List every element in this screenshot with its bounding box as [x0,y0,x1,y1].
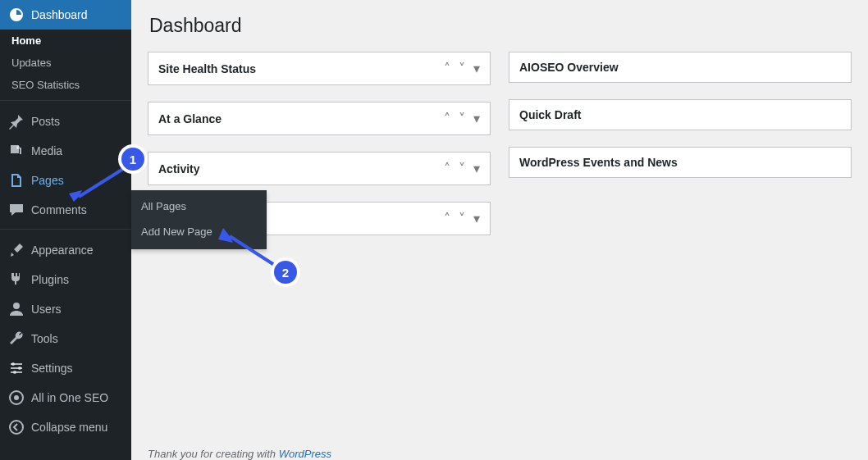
panel-title: WordPress Events and News [519,156,678,169]
svg-point-4 [13,371,16,374]
move-up-icon[interactable]: ˄ [444,211,450,226]
svg-point-3 [18,367,21,370]
move-up-icon[interactable]: ˄ [444,111,450,126]
panel-site-health: Site Health Status ˄ ˅ ▾ [148,52,491,85]
sidebar-label: Media [31,144,62,157]
panel-title: Quick Draft [519,108,581,121]
flyout-all-pages[interactable]: All Pages [131,190,267,219]
pages-icon [8,172,25,189]
toggle-icon[interactable]: ▾ [473,211,480,226]
sidebar-label: Tools [31,332,58,345]
panel-controls: ˄ ˅ ▾ [444,161,480,176]
collapse-icon [8,419,25,435]
panel-at-a-glance: At a Glance ˄ ˅ ▾ [148,102,491,135]
svg-point-2 [11,362,15,366]
sidebar-label: Dashboard [31,8,88,21]
sidebar-label: Appearance [31,244,94,257]
plug-icon [8,271,25,288]
submenu-seo-stats[interactable]: SEO Statistics [10,74,131,96]
panel-controls: ˄ ˅ ▾ [444,111,480,126]
sidebar-separator [0,229,131,235]
panel-title: AIOSEO Overview [519,61,619,74]
move-up-icon[interactable]: ˄ [444,61,450,76]
pin-icon [8,113,25,130]
media-icon [8,143,25,159]
sliders-icon [8,360,25,376]
panel-wp-events: WordPress Events and News [509,147,852,178]
toggle-icon[interactable]: ▾ [473,61,480,76]
sidebar-item-aioseo[interactable]: All in One SEO [0,383,131,412]
sidebar-label: Users [31,303,62,316]
sidebar-item-settings[interactable]: Settings [0,353,131,383]
brush-icon [8,242,25,258]
sidebar-item-posts[interactable]: Posts [0,107,131,136]
annotation-callout-2: 2 [274,261,297,284]
sidebar-label: Plugins [31,273,69,286]
submenu-updates[interactable]: Updates [10,52,131,74]
move-down-icon[interactable]: ˅ [459,111,465,126]
wrench-icon [8,330,25,347]
svg-point-0 [16,146,20,149]
sidebar-label: Posts [31,115,60,128]
panel-quick-draft: Quick Draft [509,99,852,130]
panel-controls: ˄ ˅ ▾ [444,211,480,226]
sidebar-label: All in One SEO [31,391,108,404]
submenu-home[interactable]: Home [10,30,131,52]
footer-credit: Thank you for creating with WordPress [148,448,331,460]
panel-controls: ˄ ˅ ▾ [444,61,480,76]
panel-title: Activity [158,162,200,175]
sidebar-separator [0,100,131,107]
move-down-icon[interactable]: ˅ [459,161,465,176]
svg-point-6 [14,395,19,400]
right-column: AIOSEO Overview Quick Draft WordPress Ev… [509,52,852,235]
move-up-icon[interactable]: ˄ [444,161,450,176]
svg-line-10 [230,236,281,269]
sidebar-label: Pages [31,174,64,187]
sidebar-label: Settings [31,362,73,375]
panel-title: Site Health Status [158,62,256,75]
svg-point-7 [10,421,23,434]
sidebar-item-plugins[interactable]: Plugins [0,265,131,294]
dashboard-icon [8,7,25,23]
user-icon [8,301,25,317]
sidebar-label: Collapse menu [31,421,107,434]
admin-sidebar: Dashboard Home Updates SEO Statistics Po… [0,0,131,460]
panel-activity: Activity ˄ ˅ ▾ [148,152,491,185]
sidebar-item-appearance[interactable]: Appearance [0,235,131,265]
panel-title: At a Glance [158,112,222,125]
aioseo-icon [8,389,25,406]
panel-aioseo-overview: AIOSEO Overview [509,52,852,83]
footer-link[interactable]: WordPress [279,448,331,460]
toggle-icon[interactable]: ▾ [473,111,480,126]
page-title: Dashboard [149,15,852,37]
sidebar-item-collapse[interactable]: Collapse menu [0,412,131,442]
sidebar-item-dashboard[interactable]: Dashboard [0,0,131,30]
comments-icon [8,202,25,218]
sidebar-item-tools[interactable]: Tools [0,324,131,353]
toggle-icon[interactable]: ▾ [473,161,480,176]
sidebar-item-users[interactable]: Users [0,294,131,324]
footer-text: Thank you for creating with [148,448,279,460]
dashboard-submenu: Home Updates SEO Statistics [0,30,131,96]
svg-point-1 [13,303,20,309]
annotation-callout-1: 1 [121,148,144,171]
move-down-icon[interactable]: ˅ [459,211,465,226]
move-down-icon[interactable]: ˅ [459,61,465,76]
